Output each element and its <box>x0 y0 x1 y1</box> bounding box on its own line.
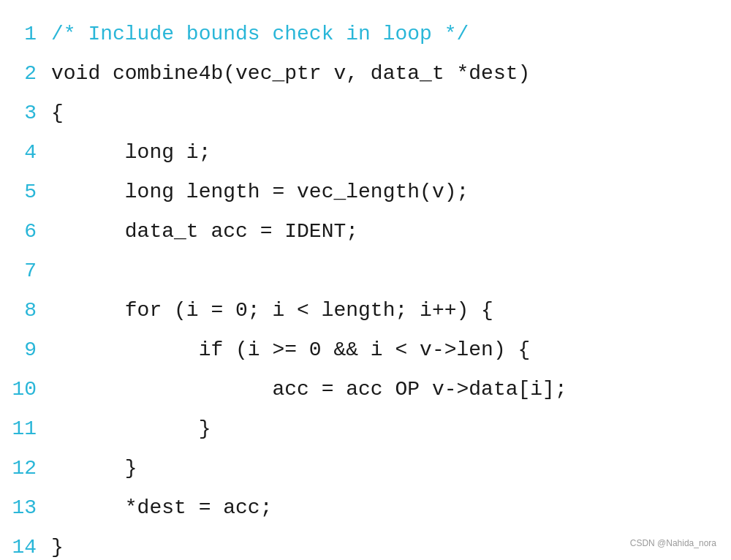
line-content: } <box>51 528 64 560</box>
line-content: for (i = 0; i < length; i++) { <box>51 291 493 330</box>
code-line: 14} <box>0 528 731 560</box>
line-number: 12 <box>0 449 51 488</box>
line-number: 8 <box>0 291 51 330</box>
code-line: 6 data_t acc = IDENT; <box>0 212 731 251</box>
watermark: CSDN @Nahida_nora <box>630 538 716 548</box>
code-line: 12 } <box>0 449 731 488</box>
line-number: 9 <box>0 330 51 370</box>
line-content: } <box>51 409 211 449</box>
code-line: 11 } <box>0 409 731 449</box>
line-number: 13 <box>0 488 51 528</box>
line-content: long length = vec_length(v); <box>51 173 469 212</box>
line-content: void combine4b(vec_ptr v, data_t *dest) <box>51 54 530 94</box>
line-number: 3 <box>0 94 51 133</box>
code-line: 7 <box>0 251 731 291</box>
code-line: 13 *dest = acc; <box>0 488 731 528</box>
line-number: 1 <box>0 15 51 54</box>
code-line: 4 long i; <box>0 133 731 173</box>
line-number: 10 <box>0 370 51 409</box>
line-content: { <box>51 94 64 133</box>
code-line: 5 long length = vec_length(v); <box>0 173 731 212</box>
line-content: long i; <box>51 133 211 173</box>
code-line: 1/* Include bounds check in loop */ <box>0 15 731 54</box>
line-content: data_t acc = IDENT; <box>51 212 358 251</box>
code-line: 10 acc = acc OP v->data[i]; <box>0 370 731 409</box>
line-number: 7 <box>0 251 51 291</box>
code-line: 8 for (i = 0; i < length; i++) { <box>0 291 731 330</box>
line-content: if (i >= 0 && i < v->len) { <box>51 330 530 370</box>
line-number: 11 <box>0 409 51 449</box>
code-line: 3{ <box>0 94 731 133</box>
line-content: /* Include bounds check in loop */ <box>51 15 469 54</box>
code-lines-container: 1/* Include bounds check in loop */2void… <box>0 15 731 560</box>
line-number: 14 <box>0 528 51 560</box>
line-number: 5 <box>0 173 51 212</box>
line-content: acc = acc OP v->data[i]; <box>51 370 567 409</box>
line-content: } <box>51 449 137 488</box>
code-line: 9 if (i >= 0 && i < v->len) { <box>0 330 731 370</box>
line-content: *dest = acc; <box>51 488 272 528</box>
line-number: 4 <box>0 133 51 173</box>
line-number: 6 <box>0 212 51 251</box>
line-number: 2 <box>0 54 51 94</box>
code-line: 2void combine4b(vec_ptr v, data_t *dest) <box>0 54 731 94</box>
code-viewer: 1/* Include bounds check in loop */2void… <box>0 0 731 560</box>
